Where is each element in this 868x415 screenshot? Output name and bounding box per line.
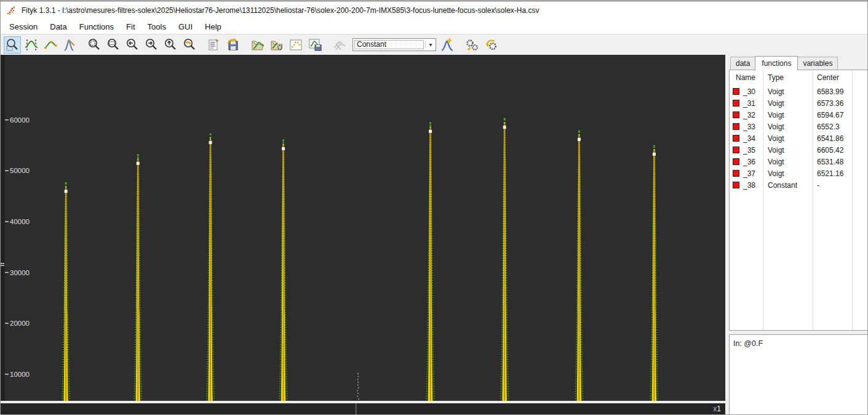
function-row[interactable]: _38Constant- (730, 180, 867, 191)
fitted-peak (117, 154, 158, 401)
menu-data[interactable]: Data (44, 20, 73, 33)
function-type-cell: Voigt (768, 146, 784, 155)
peak-center-handle[interactable] (209, 141, 212, 144)
menu-bar: Session Data Functions Fit Tools GUI Hel… (1, 19, 867, 34)
function-name-cell: _37 (743, 169, 755, 178)
peak-center-handle[interactable] (578, 138, 581, 141)
col-type-header[interactable]: Type (768, 73, 784, 82)
menu-session[interactable]: Session (3, 20, 44, 33)
function-name-cell: _33 (743, 123, 755, 131)
y-tick-label: 60000 (10, 116, 30, 124)
chevron-down-icon[interactable]: ▾ (425, 41, 436, 48)
fitted-peak (46, 182, 86, 401)
pan-left-icon[interactable] (124, 36, 141, 54)
menu-functions[interactable]: Functions (73, 20, 120, 33)
fit-vertically-icon[interactable] (162, 36, 179, 54)
y-tick-label: 10000 (10, 371, 30, 378)
left-strip-handle[interactable] (1, 263, 4, 266)
save-data-icon[interactable] (306, 36, 324, 54)
aux-scale-label: x1 (713, 405, 721, 413)
function-center-cell: 6573.36 (817, 99, 843, 108)
top-data-point (137, 154, 139, 156)
command-input-line: In: @0.F (733, 339, 763, 348)
function-color-swatch[interactable] (733, 123, 739, 130)
edit-script-icon[interactable] (205, 36, 223, 54)
top-data-point (65, 182, 67, 184)
fitted-peak (559, 130, 599, 401)
save-session-icon[interactable] (225, 36, 242, 54)
function-name-cell: _31 (743, 99, 755, 108)
function-color-swatch[interactable] (733, 182, 739, 188)
baseline-mode-icon[interactable] (42, 36, 59, 54)
function-row[interactable]: _32Voigt6594.67 (730, 110, 867, 121)
function-color-swatch[interactable] (733, 135, 739, 142)
function-type-select[interactable]: Constant ▾ (352, 38, 436, 51)
function-name-cell: _30 (743, 87, 755, 96)
fityk-window: Fityk 1.3.1 - I:\astro\mesures-filtres-s… (0, 0, 868, 415)
add-function-icon[interactable] (439, 36, 456, 54)
menu-gui[interactable]: GUI (172, 20, 199, 33)
tab-functions[interactable]: functions (755, 56, 798, 71)
peak-center-handle[interactable] (137, 162, 140, 165)
peak-center-handle[interactable] (65, 190, 68, 193)
tab-variables[interactable]: variables (797, 57, 838, 70)
title-bar: Fityk 1.3.1 - I:\astro\mesures-filtres-s… (1, 1, 867, 19)
function-type-value: Constant (354, 39, 424, 50)
menu-help[interactable]: Help (199, 20, 228, 33)
function-name-cell: _32 (743, 111, 755, 119)
main-plot[interactable]: 1000020000300004000050000600006520654065… (1, 55, 725, 401)
function-type-cell: Voigt (768, 123, 784, 131)
function-row[interactable]: _35Voigt6605.42 (730, 145, 867, 156)
tab-data[interactable]: data (730, 57, 755, 70)
fitted-peak (263, 139, 304, 401)
function-type-cell: Voigt (768, 134, 784, 143)
undo-fit-icon[interactable] (482, 36, 500, 54)
zoom-selection-icon[interactable] (105, 36, 122, 54)
spectrum-plot: 1000020000300004000050000600006520654065… (1, 55, 725, 401)
zoom-previous-icon[interactable] (181, 36, 198, 54)
open-data-icon[interactable] (249, 36, 266, 54)
function-center-cell: 6583.99 (817, 87, 843, 96)
top-data-point (578, 130, 580, 132)
function-color-swatch[interactable] (733, 147, 739, 153)
function-row[interactable]: _33Voigt6552.3 (730, 121, 867, 133)
peak-center-handle[interactable] (282, 147, 285, 150)
peak-center-handle[interactable] (653, 153, 656, 156)
add-peak-mode-icon[interactable] (61, 36, 78, 54)
menu-fit[interactable]: Fit (120, 20, 141, 33)
side-panel-tabs: data functions variables (730, 57, 837, 70)
function-row[interactable]: _31Voigt6573.36 (730, 98, 867, 110)
peak-center-handle[interactable] (503, 126, 506, 129)
fityk-logo-icon (6, 6, 17, 16)
function-color-swatch[interactable] (733, 111, 739, 118)
function-color-swatch[interactable] (733, 100, 739, 107)
zoom-all-icon[interactable] (86, 36, 103, 54)
function-row[interactable]: _37Voigt6521.16 (730, 168, 867, 180)
zoom-mode-icon[interactable] (4, 36, 21, 54)
col-center-header[interactable]: Center (817, 73, 839, 82)
col-name-header[interactable]: Name (736, 73, 755, 82)
aux-plot[interactable]: x1 (1, 403, 725, 415)
fitted-peak (410, 122, 451, 401)
menu-tools[interactable]: Tools (141, 20, 172, 33)
data-editor-icon[interactable] (287, 36, 305, 54)
range-mode-icon[interactable] (23, 36, 40, 54)
open-data-custom-icon[interactable] (268, 36, 285, 54)
peak-center-handle[interactable] (429, 130, 432, 133)
aux-plot-marker (356, 403, 357, 415)
function-row[interactable]: _36Voigt6531.48 (730, 156, 867, 168)
pan-right-icon[interactable] (143, 36, 160, 54)
function-row[interactable]: _30Voigt6583.99 (730, 86, 867, 98)
start-fit-icon[interactable] (463, 36, 480, 54)
top-data-point (429, 122, 431, 124)
function-color-swatch[interactable] (733, 170, 739, 177)
command-output-panel[interactable]: In: @0.F (729, 334, 868, 415)
function-color-swatch[interactable] (733, 158, 739, 165)
top-data-point (653, 145, 655, 147)
function-row[interactable]: _34Voigt6541.86 (730, 133, 867, 145)
function-name-cell: _36 (743, 158, 755, 166)
function-type-cell: Constant (768, 181, 797, 190)
window-title: Fityk 1.3.1 - I:\astro\mesures-filtres-s… (22, 6, 539, 15)
function-type-cell: Voigt (768, 87, 784, 96)
function-color-swatch[interactable] (733, 88, 739, 95)
